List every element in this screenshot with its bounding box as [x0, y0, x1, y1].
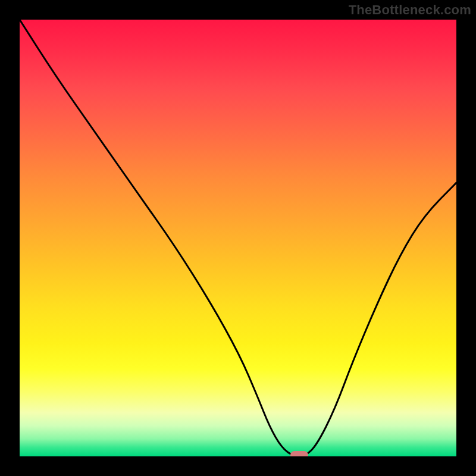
background-gradient [20, 20, 456, 456]
optimum-marker [290, 451, 308, 456]
chart-frame: TheBottleneck.com [0, 0, 476, 476]
watermark-text: TheBottleneck.com [349, 2, 471, 18]
plot-area [20, 20, 456, 456]
